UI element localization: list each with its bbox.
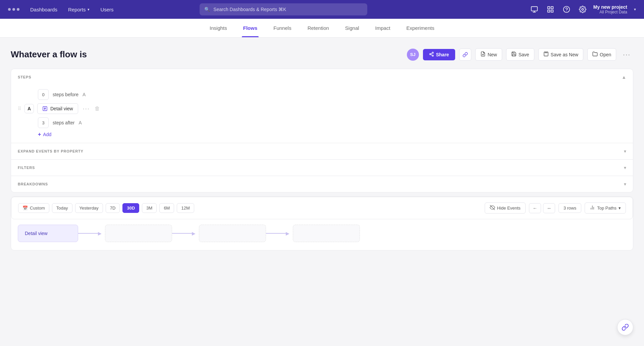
flow-arrow-0 (78, 225, 105, 242)
tab-funnels[interactable]: Funnels (272, 19, 292, 37)
chart-icon (590, 205, 595, 211)
breakdowns-section-header[interactable]: BREAKDOWNS ▾ (11, 176, 633, 192)
share-icon (429, 52, 434, 58)
custom-date-button[interactable]: 📅 Custom (18, 203, 49, 213)
step-delete-icon[interactable]: 🗑 (95, 106, 100, 112)
nav-right-actions: My new project All Project Data ▾ (529, 4, 636, 15)
eye-icon (490, 205, 495, 211)
filters-section: FILTERS ▾ (11, 160, 633, 176)
flow-node-0[interactable]: Detail view (18, 225, 78, 242)
project-sub: All Project Data (599, 10, 627, 14)
nav-dot-3 (17, 8, 19, 11)
more-options-button[interactable]: ··· (620, 49, 633, 60)
project-chevron-icon: ▾ (634, 7, 636, 12)
steps-section-header[interactable]: STEPS ▲ (11, 69, 633, 85)
tab-retention[interactable]: Retention (306, 19, 330, 37)
new-icon (480, 51, 486, 58)
top-paths-chevron-icon: ▾ (619, 206, 621, 211)
svg-rect-0 (531, 7, 537, 11)
today-button[interactable]: Today (52, 203, 72, 213)
steps-after-row: 3 steps after A (38, 117, 626, 128)
filters-section-header[interactable]: FILTERS ▾ (11, 160, 633, 176)
3m-button[interactable]: 3M (142, 203, 157, 213)
top-navigation: Dashboards Reports ▾ Users 🔍 Search Dash… (0, 0, 644, 19)
tab-impact[interactable]: Impact (374, 19, 392, 37)
nav-dots (8, 8, 19, 11)
tab-experiments[interactable]: Experiments (405, 19, 436, 37)
arrow-right-button[interactable]: ↔ (543, 203, 555, 213)
tab-signal[interactable]: Signal (344, 19, 361, 37)
main-content: Whatever a flow is SJ Share New (0, 38, 644, 250)
steps-collapse-icon: ▲ (622, 74, 626, 80)
nav-grid-icon[interactable] (545, 4, 556, 15)
step-a-letter: A (24, 104, 34, 113)
svg-rect-4 (551, 10, 553, 12)
expand-title: EXPAND EVENTS BY PROPERTY (18, 149, 84, 153)
save-as-new-button[interactable]: Save as New (538, 48, 583, 61)
flow-node-2 (199, 225, 266, 242)
top-paths-button[interactable]: Top Paths ▾ (585, 203, 626, 214)
avatar: SJ (407, 49, 419, 61)
project-selector[interactable]: My new project All Project Data (593, 4, 627, 14)
search-bar[interactable]: 🔍 Search Dashboards & Reports ⌘K (200, 3, 367, 15)
add-step-button[interactable]: + Add (38, 131, 51, 137)
steps-after-node: A (78, 120, 82, 125)
svg-line-11 (431, 53, 432, 54)
nav-dashboards[interactable]: Dashboards (30, 7, 57, 12)
flow-node-1 (105, 225, 172, 242)
report-header: Whatever a flow is SJ Share New (11, 48, 633, 61)
7d-button[interactable]: 7D (106, 203, 120, 213)
save-as-new-icon (543, 51, 549, 58)
6m-button[interactable]: 6M (159, 203, 174, 213)
tabs-bar: Insights Flows Funnels Retention Signal … (0, 19, 644, 38)
nav-reports[interactable]: Reports ▾ (68, 7, 90, 12)
expand-collapse-icon: ▾ (624, 149, 626, 154)
date-toolbar: 📅 Custom Today Yesterday 7D 30D 3M 6M 12… (11, 197, 633, 219)
toolbar-right: Hide Events ← ↔ 3 rows Top Paths ▾ (485, 203, 626, 214)
step-event-button[interactable]: Detail view (37, 103, 78, 114)
filters-collapse-icon: ▾ (624, 165, 626, 170)
steps-before-row: 0 steps before A (38, 89, 626, 100)
steps-after-label: steps after (53, 120, 74, 125)
step-more-icon[interactable]: ··· (82, 104, 91, 114)
steps-before-node: A (83, 92, 86, 97)
tab-insights[interactable]: Insights (208, 19, 228, 37)
chevron-down-icon: ▾ (88, 7, 90, 12)
hide-events-button[interactable]: Hide Events (485, 203, 526, 214)
save-button[interactable]: Save (506, 48, 534, 61)
nav-help-icon[interactable] (561, 4, 572, 15)
nav-dot-1 (8, 8, 11, 11)
nav-dot-2 (12, 8, 15, 11)
header-actions: SJ Share New Save (407, 48, 633, 61)
nav-settings-icon[interactable] (577, 4, 588, 15)
nav-users[interactable]: Users (100, 7, 113, 12)
drag-handle-icon[interactable]: ⠿ (18, 106, 21, 111)
steps-after-count: 3 (38, 117, 49, 128)
yesterday-button[interactable]: Yesterday (75, 203, 103, 213)
open-button[interactable]: Open (587, 48, 616, 61)
share-button[interactable]: Share (423, 49, 455, 60)
steps-before-label: steps before (53, 92, 78, 97)
nav-monitor-icon[interactable] (529, 4, 540, 15)
svg-rect-1 (548, 7, 550, 9)
flow-arrow-2 (266, 225, 293, 242)
arrow-left-button[interactable]: ← (529, 203, 541, 213)
search-icon: 🔍 (204, 7, 210, 12)
tab-flows[interactable]: Flows (242, 19, 259, 37)
plus-icon: + (38, 131, 41, 137)
rows-button[interactable]: 3 rows (558, 203, 581, 213)
svg-rect-3 (548, 10, 550, 12)
steps-section: STEPS ▲ 0 steps before A ⠿ A Detail view (11, 69, 633, 143)
30d-button[interactable]: 30D (122, 203, 139, 213)
svg-line-10 (431, 54, 432, 55)
breakdowns-section: BREAKDOWNS ▾ (11, 176, 633, 192)
new-button[interactable]: New (475, 48, 502, 61)
link-icon-button[interactable] (459, 49, 471, 61)
flow-node-3 (293, 225, 360, 242)
open-icon (592, 51, 598, 58)
arrow-buttons: ← ↔ (529, 203, 555, 213)
svg-rect-14 (544, 52, 548, 56)
steps-body: 0 steps before A ⠿ A Detail view ··· 🗑 (11, 85, 633, 143)
expand-section-header[interactable]: EXPAND EVENTS BY PROPERTY ▾ (11, 143, 633, 159)
12m-button[interactable]: 12M (177, 203, 194, 213)
